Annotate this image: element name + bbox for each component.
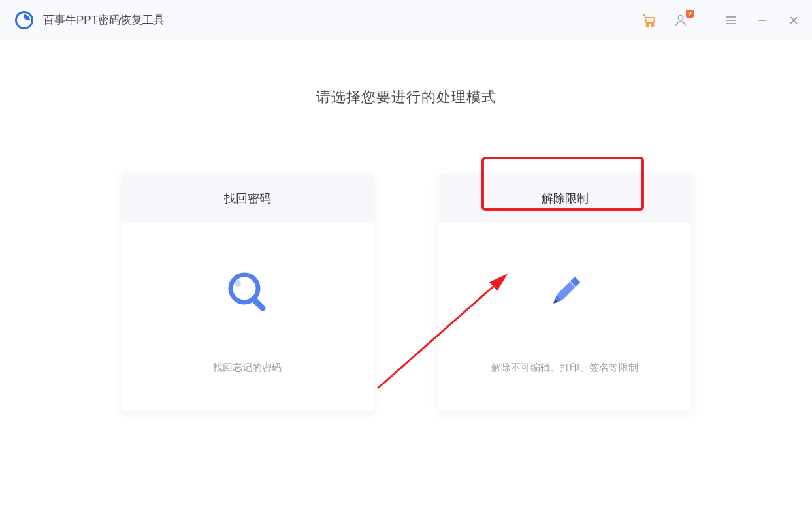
titlebar-divider: [706, 13, 706, 27]
svg-point-4: [678, 15, 683, 20]
card-unlock-desc: 解除不可编辑、打印、签名等限制: [491, 362, 638, 374]
svg-point-3: [651, 24, 653, 26]
svg-rect-1: [23, 18, 26, 22]
mode-prompt: 请选择您要进行的处理模式: [0, 87, 812, 107]
svg-point-12: [235, 280, 241, 287]
card-recover-title: 找回密码: [122, 174, 374, 223]
mode-cards: 找回密码 找回忘记的密码 解除限制 解除不可编辑、打印、签名等限制: [0, 174, 812, 411]
cart-icon[interactable]: [641, 12, 657, 28]
svg-rect-15: [557, 281, 575, 300]
svg-line-13: [253, 299, 263, 308]
user-icon[interactable]: V: [673, 12, 689, 28]
card-unlock-restriction[interactable]: 解除限制 解除不可编辑、打印、签名等限制: [439, 174, 691, 411]
app-title: 百事牛PPT密码恢复工具: [43, 12, 165, 27]
magnifier-icon: [226, 269, 269, 315]
menu-icon[interactable]: [723, 12, 739, 28]
app-logo-icon: [14, 10, 34, 30]
svg-point-2: [646, 24, 648, 26]
card-unlock-title: 解除限制: [439, 174, 691, 223]
card-recover-desc: 找回忘记的密码: [213, 362, 282, 374]
card-recover-password[interactable]: 找回密码 找回忘记的密码: [122, 174, 374, 411]
close-icon[interactable]: [786, 12, 802, 28]
titlebar-right: V: [641, 12, 802, 28]
title-bar: 百事牛PPT密码恢复工具 V: [0, 0, 812, 40]
vip-badge: V: [686, 10, 694, 18]
pencil-icon: [544, 269, 587, 315]
minimize-icon[interactable]: [755, 12, 770, 28]
logo-box: 百事牛PPT密码恢复工具: [14, 10, 165, 30]
